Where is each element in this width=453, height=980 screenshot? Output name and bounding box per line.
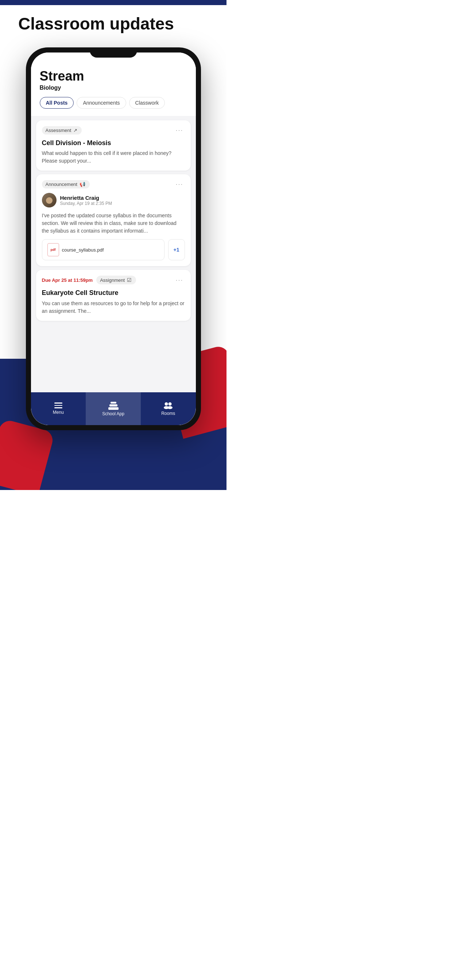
author-row: Henrietta Craig Sunday, Apr 19 at 2:35 P…	[42, 193, 185, 207]
stream-title: Stream	[40, 68, 187, 84]
filter-tabs: All Posts Announcements Classwork	[40, 97, 187, 109]
tab-all-posts[interactable]: All Posts	[40, 97, 74, 109]
phone-frame: Stream Biology All Posts Announcements C…	[26, 48, 201, 430]
nav-school-app[interactable]: School App	[86, 392, 141, 425]
assessment-badge: Assessment ↗	[42, 126, 82, 135]
bottom-nav: Menu School App	[31, 392, 196, 425]
stream-header: Stream Biology All Posts Announcements C…	[31, 52, 196, 116]
top-bar	[0, 0, 226, 5]
due-label: Due Apr 25 at 11:59pm	[42, 277, 93, 283]
menu-icon	[54, 402, 62, 408]
assignment-title: Eukaryote Cell Structure	[42, 289, 185, 297]
more-options-button-3[interactable]: ···	[174, 276, 185, 284]
svg-point-1	[169, 402, 172, 406]
card-body: What would happen to this cell if it wer…	[42, 150, 185, 165]
card-title: Cell Division - Meiosis	[42, 139, 185, 147]
phone-notch	[90, 48, 137, 57]
assessment-card[interactable]: Assessment ↗ ··· Cell Division - Meiosis…	[36, 120, 191, 170]
assignment-card[interactable]: Due Apr 25 at 11:59pm Assignment ☑ ··· E…	[36, 270, 191, 320]
menu-line-3	[54, 407, 62, 408]
nav-rooms[interactable]: Rooms	[141, 392, 196, 425]
attachment-row: pdf course_syllabus.pdf +1	[42, 239, 185, 260]
plus-badge[interactable]: +1	[168, 239, 185, 260]
avatar	[42, 193, 57, 207]
svg-point-3	[167, 406, 172, 409]
assignment-icon: ☑	[127, 277, 132, 283]
menu-line-2	[54, 405, 62, 406]
assessment-icon: ↗	[73, 127, 77, 133]
assignment-badge: Assignment ☑	[96, 275, 136, 285]
pdf-name: course_syllabus.pdf	[62, 247, 104, 253]
cards-area: Assessment ↗ ··· Cell Division - Meiosis…	[31, 116, 196, 325]
nav-menu-label: Menu	[53, 410, 64, 415]
author-date: Sunday, Apr 19 at 2:35 PM	[60, 201, 112, 206]
announcement-badge: Announcement 📢	[42, 180, 90, 188]
phone-screen: Stream Biology All Posts Announcements C…	[31, 52, 196, 425]
author-info: Henrietta Craig Sunday, Apr 19 at 2:35 P…	[60, 195, 112, 206]
announcement-icon: 📢	[80, 181, 85, 187]
card-header-3: Due Apr 25 at 11:59pm Assignment ☑ ···	[42, 275, 185, 285]
nav-school-app-label: School App	[102, 411, 124, 416]
pdf-icon: pdf	[48, 243, 59, 256]
pdf-attachment[interactable]: pdf course_syllabus.pdf	[42, 239, 164, 260]
rooms-icon	[163, 401, 173, 409]
stream-subtitle: Biology	[40, 84, 187, 91]
assignment-body: You can use them as resources to go to f…	[42, 300, 185, 315]
more-options-button-2[interactable]: ···	[174, 180, 185, 188]
announcement-card[interactable]: Announcement 📢 ··· Henrietta Craig Sunda…	[36, 174, 191, 266]
tab-announcements[interactable]: Announcements	[77, 97, 126, 109]
tab-classwork[interactable]: Classwork	[129, 97, 165, 109]
card-header: Assessment ↗ ···	[42, 126, 185, 135]
nav-rooms-label: Rooms	[161, 411, 175, 416]
stack-icon	[108, 401, 118, 410]
announcement-body: I've posted the updated course syllabus …	[42, 212, 185, 235]
card-header-2: Announcement 📢 ···	[42, 180, 185, 188]
more-options-button[interactable]: ···	[174, 127, 185, 134]
page-title: Classroom updates	[18, 14, 174, 33]
svg-point-0	[165, 402, 168, 406]
author-name: Henrietta Craig	[60, 195, 112, 201]
screen-content: Stream Biology All Posts Announcements C…	[31, 52, 196, 425]
nav-menu[interactable]: Menu	[31, 392, 86, 425]
menu-line-1	[54, 402, 62, 404]
avatar-image	[42, 193, 57, 207]
